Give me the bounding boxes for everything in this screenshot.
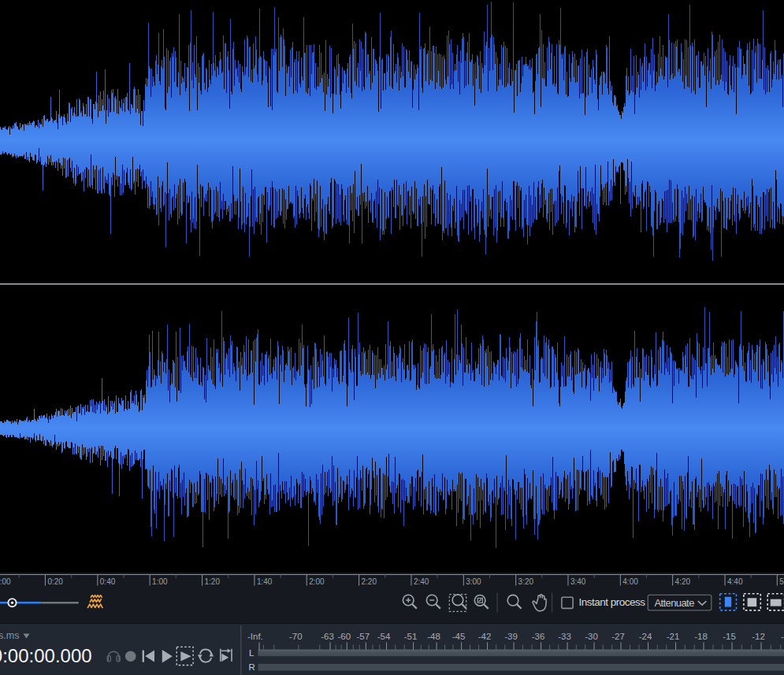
- svg-text:-18: -18: [694, 632, 708, 641]
- svg-text:-15: -15: [723, 632, 736, 641]
- svg-text:4:00: 4:00: [622, 577, 638, 586]
- svg-text:-57: -57: [356, 632, 370, 641]
- svg-text:-9: -9: [781, 632, 784, 641]
- svg-text:-60: -60: [337, 632, 351, 641]
- svg-text:-24: -24: [639, 632, 652, 641]
- svg-text:-39: -39: [504, 632, 518, 641]
- svg-text:0:00: 0:00: [0, 577, 11, 586]
- svg-text:3:40: 3:40: [570, 577, 586, 586]
- svg-text:R: R: [249, 662, 255, 672]
- svg-text:-42: -42: [478, 632, 492, 641]
- svg-text:-48: -48: [427, 632, 440, 641]
- svg-text:-33: -33: [558, 632, 571, 641]
- svg-text:-21: -21: [667, 632, 680, 641]
- svg-text:2:00: 2:00: [309, 577, 325, 586]
- svg-text:-63: -63: [321, 632, 334, 641]
- svg-text:1:00: 1:00: [152, 577, 168, 586]
- svg-text:-30: -30: [585, 632, 598, 641]
- svg-text:-45: -45: [452, 632, 466, 641]
- svg-text:1:20: 1:20: [205, 577, 221, 586]
- svg-text:Instant process: Instant process: [579, 596, 646, 608]
- svg-text:0:00:00.000: 0:00:00.000: [0, 645, 92, 666]
- svg-text:2:20: 2:20: [362, 577, 377, 586]
- svg-text:Attenuate: Attenuate: [655, 597, 695, 609]
- svg-text:-12: -12: [752, 632, 765, 641]
- svg-text:2:40: 2:40: [414, 577, 429, 586]
- svg-text:0:20: 0:20: [47, 577, 63, 586]
- svg-text:4:20: 4:20: [675, 577, 691, 586]
- svg-text:3:20: 3:20: [518, 577, 534, 586]
- svg-text:-51: -51: [404, 632, 418, 641]
- svg-text:-70: -70: [289, 632, 303, 641]
- svg-text:s.ms: s.ms: [0, 630, 19, 641]
- svg-text:-36: -36: [532, 632, 545, 641]
- svg-text:4:40: 4:40: [727, 577, 743, 586]
- svg-text:3:00: 3:00: [466, 577, 481, 586]
- svg-text:1:40: 1:40: [257, 577, 273, 586]
- svg-text:-27: -27: [611, 632, 625, 641]
- svg-text:-Inf.: -Inf.: [247, 632, 263, 641]
- svg-text:-54: -54: [377, 632, 391, 641]
- svg-text:5:00: 5:00: [779, 577, 784, 586]
- svg-text:L: L: [249, 648, 255, 658]
- svg-text:0:40: 0:40: [100, 577, 116, 586]
